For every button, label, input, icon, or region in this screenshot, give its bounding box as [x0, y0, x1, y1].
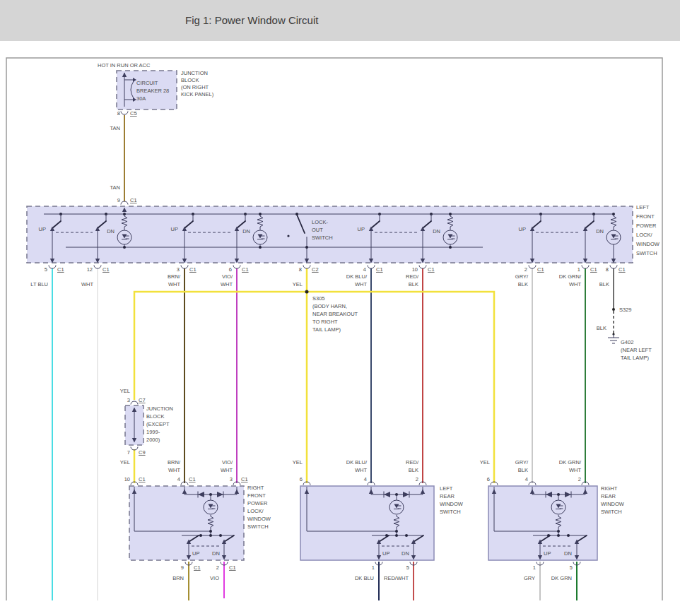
- breaker-label: CIRCUIT: [136, 80, 158, 86]
- block-label: BLOCK: [146, 413, 164, 420]
- connector-label: C1: [189, 476, 196, 482]
- wire-color-label: BLK: [599, 281, 609, 288]
- lockout-label: LOCK-: [312, 219, 328, 225]
- pin-number: 6: [229, 266, 232, 273]
- wire-color-label: BRN/: [168, 459, 181, 466]
- right-rear-switch-block: RIGHT REAR WINDOW SWITCH UP DN: [488, 485, 625, 581]
- block-label: REAR: [440, 493, 455, 499]
- junction-block-label: (ON RIGHT: [181, 84, 209, 90]
- dn-label: DN: [596, 228, 604, 235]
- wire-color-label: WHT: [355, 467, 367, 473]
- up-label: UP: [382, 550, 389, 557]
- right-front-switch-block: RIGHT FRONT POWER LOCK/ WINDOW SWITCH: [129, 485, 271, 581]
- pin-number: 10: [124, 476, 130, 482]
- pin-number: 3: [127, 397, 130, 403]
- block-label: SWITCH: [636, 250, 657, 256]
- connector-label: C1: [376, 266, 383, 273]
- left-rear-switch-block: LEFT REAR WINDOW SWITCH UP DN 1: [300, 485, 464, 581]
- block-label: JUNCTION: [146, 405, 173, 412]
- wire-color-label: RED/: [406, 273, 419, 280]
- wire-color-label: DK BLU/: [346, 459, 368, 466]
- pin-number: 1: [372, 564, 375, 571]
- wire-color-label: VIO/: [222, 459, 233, 466]
- block-label: SWITCH: [247, 523, 269, 530]
- dn-label: DN: [242, 228, 250, 235]
- pin-number: 5: [570, 564, 573, 571]
- lockout-label: SWITCH: [312, 235, 333, 241]
- lockout-label: OUT: [312, 227, 323, 233]
- splice-label: TO RIGHT: [312, 319, 338, 325]
- dn-label: DN: [107, 228, 115, 235]
- block-label: POWER: [636, 223, 657, 229]
- ground-icon: [608, 334, 619, 343]
- wire-color-label: YEL: [293, 281, 303, 288]
- block-label: WINDOW: [636, 241, 660, 247]
- block-label: FRONT: [636, 213, 655, 220]
- connector-label: C1: [619, 266, 626, 273]
- pin-number: 2: [416, 476, 418, 482]
- connector-label: C1: [428, 266, 435, 273]
- block-label: WINDOW: [440, 501, 464, 507]
- right-rear-switch-box: [488, 486, 597, 560]
- wire-color-label: TAN: [110, 125, 120, 131]
- breaker-label: BREAKER 28: [136, 88, 169, 94]
- splice-label: (BODY HARN,: [312, 303, 347, 309]
- pin-number: 2: [524, 266, 527, 273]
- block-label: RIGHT: [247, 485, 264, 491]
- wire-color-label: YEL: [480, 459, 490, 466]
- connector-label: C1: [189, 266, 197, 273]
- block-label: SWITCH: [440, 509, 461, 515]
- ground-label: G402: [621, 339, 633, 345]
- dn-label: DN: [212, 550, 220, 557]
- pin-number: 7: [127, 449, 130, 456]
- connector-label: C1: [590, 266, 597, 273]
- ground-label: TAIL LAMP): [621, 355, 650, 361]
- mid-pin-row: YEL 10 C1 BRN/ WHT 4 C1 VIO/ WHT 3 C1 YE…: [120, 459, 589, 485]
- wire-color-label: GRY: [524, 575, 535, 581]
- junction-block-label: KICK PANEL): [181, 91, 214, 97]
- block-label: REAR: [601, 493, 616, 499]
- wire-color-label: BLK: [518, 281, 528, 288]
- connector-label: C1: [194, 564, 201, 571]
- block-label: RIGHT: [601, 485, 618, 492]
- pin-number: 2: [216, 564, 219, 571]
- wire-color-label: DK GRN: [551, 575, 572, 581]
- ground-label: (NEAR LEFT: [621, 347, 652, 353]
- wire-color-label: DK BLU/: [346, 273, 368, 280]
- connector-label: C5: [130, 110, 137, 117]
- up-label: UP: [39, 226, 46, 232]
- splice-label: S329: [619, 307, 632, 313]
- block-label: SWITCH: [601, 509, 622, 515]
- wire-color-label: BRN: [172, 575, 184, 581]
- pin-number: 5: [45, 266, 47, 273]
- connector-label: C2: [312, 266, 319, 273]
- diagram-page: Fig 1: Power Window Circuit: [0, 0, 680, 616]
- dn-label: DN: [401, 550, 409, 557]
- circuit-breaker-block: HOT IN RUN OR ACC CIRCUIT BREAKER 28 30A…: [98, 62, 214, 205]
- wire-color-label: WHT: [355, 281, 367, 288]
- pin-number: 4: [363, 266, 366, 273]
- connector-label: C1: [139, 476, 146, 482]
- block-label: 1999-: [146, 429, 160, 435]
- block-label: (EXCEPT: [146, 421, 170, 427]
- pin-number: 4: [364, 476, 367, 482]
- block-label: LOCK/: [636, 232, 652, 238]
- connector-label: C1: [241, 476, 248, 482]
- pin-number: 2: [578, 476, 581, 482]
- pin-number: 6: [487, 476, 490, 482]
- wire-color-label: VIO/: [222, 273, 233, 280]
- wire-color-label: DK BLU: [355, 575, 374, 581]
- pin-number: 8: [117, 110, 120, 117]
- wire-color-label: BLK: [597, 325, 606, 331]
- wire-color-label: RED/: [406, 459, 419, 466]
- junction-block-label: JUNCTION: [181, 70, 208, 76]
- wire-color-label: YEL: [120, 459, 130, 466]
- dn-label: DN: [433, 228, 440, 235]
- wire-color-label: TAN: [110, 184, 120, 191]
- wire-color-label: WHT: [81, 281, 93, 288]
- pin-number: 8: [606, 266, 609, 273]
- pin-number: 6: [300, 476, 303, 482]
- pin-number: 9: [117, 197, 120, 203]
- connector-label: C9: [139, 449, 146, 456]
- connector-label: C1: [242, 266, 249, 273]
